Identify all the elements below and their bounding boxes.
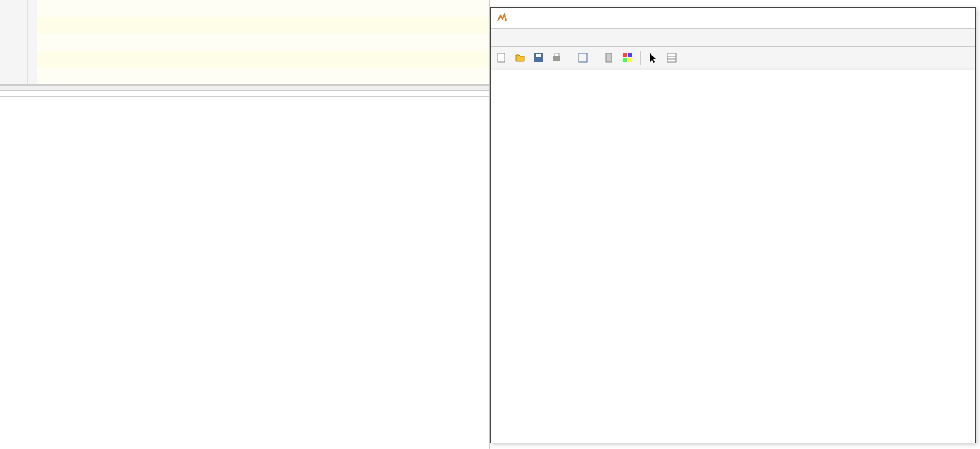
svg-rect-0 [498,53,505,62]
command-window-title [0,85,489,91]
matlab-icon [496,13,508,24]
editor-line[interactable] [37,0,489,17]
svg-rect-5 [579,53,587,62]
svg-rect-4 [555,53,559,56]
svg-rect-2 [536,54,541,57]
figure-titlebar[interactable] [491,8,975,29]
command-window[interactable] [0,97,489,103]
pointer-icon[interactable] [646,51,660,65]
data-cursor-icon[interactable] [665,51,679,65]
editor [0,0,489,85]
svg-rect-11 [667,53,676,62]
figure-menubar [491,29,975,47]
svg-rect-9 [623,58,627,62]
link-icon[interactable] [602,51,616,65]
lineno [0,0,28,17]
svg-rect-7 [623,53,627,57]
svg-rect-10 [628,58,632,62]
figure-toolbar [491,47,975,68]
open-icon[interactable] [513,51,527,65]
editor-line[interactable] [37,17,489,34]
edit-plot-icon[interactable] [576,51,590,65]
editor-line[interactable] [37,34,489,51]
print-icon[interactable] [550,51,564,65]
svg-rect-3 [553,56,560,61]
svg-rect-8 [628,53,632,57]
colorbar-icon[interactable] [620,51,634,65]
save-icon[interactable] [532,51,546,65]
figure-canvas[interactable] [491,70,975,443]
new-icon[interactable] [495,51,509,65]
editor-line[interactable] [37,68,489,84]
command-window-banner [0,91,489,97]
figure-window [490,7,976,443]
editor-line[interactable] [37,51,489,68]
svg-rect-6 [606,53,612,62]
